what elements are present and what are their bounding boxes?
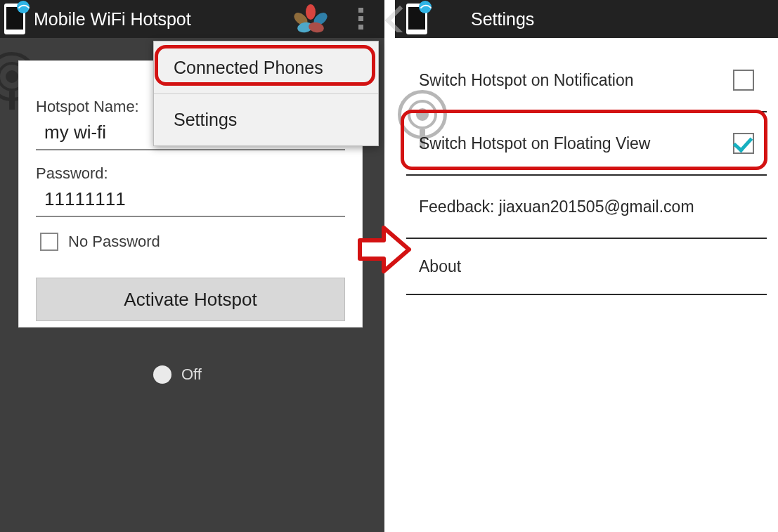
- no-password-checkbox[interactable]: [40, 233, 58, 251]
- setting-row-about[interactable]: About: [406, 239, 767, 295]
- no-password-label: No Password: [68, 233, 160, 251]
- no-password-row[interactable]: No Password: [40, 233, 345, 251]
- app-icon: [406, 4, 427, 34]
- settings-list: Switch Hotspot on Notification Switch Ho…: [395, 38, 778, 295]
- screen-main: Mobile WiFi Hotspot Hotspot Name: Passwo…: [0, 0, 384, 532]
- back-icon[interactable]: [385, 6, 409, 32]
- wifi-badge-icon: [17, 1, 30, 13]
- settings-title: Settings: [471, 9, 534, 30]
- setting-label: Feedback: jiaxuan201505@gmail.com: [419, 197, 694, 216]
- menu-item-connected-phones[interactable]: Connected Phones: [154, 41, 378, 93]
- annotation-arrow-icon: [357, 223, 412, 275]
- menu-item-settings[interactable]: Settings: [154, 93, 378, 145]
- settings-header: Settings: [395, 0, 778, 38]
- setting-label: Switch Hotspot on Floating View: [419, 134, 650, 153]
- toggle-knob-icon: [153, 365, 171, 384]
- app-icon: [4, 4, 25, 34]
- flower-logo-icon: [290, 4, 331, 34]
- hotspot-watermark-icon: [398, 90, 447, 139]
- setting-row-notification[interactable]: Switch Hotspot on Notification: [406, 49, 767, 112]
- setting-row-floating[interactable]: Switch Hotspot on Floating View: [406, 112, 767, 176]
- overflow-menu-icon[interactable]: [352, 6, 369, 31]
- overflow-dropdown: Connected Phones Settings: [153, 41, 379, 146]
- activate-hotspot-button[interactable]: Activate Hotspot: [36, 278, 345, 321]
- password-input[interactable]: [36, 186, 345, 217]
- setting-label: Switch Hotspot on Notification: [419, 71, 634, 90]
- setting-label: About: [419, 257, 461, 276]
- notification-checkbox[interactable]: [733, 70, 754, 91]
- app-title: Mobile WiFi Hotspot: [34, 9, 191, 30]
- toggle-state-label: Off: [181, 365, 202, 384]
- wifi-badge-icon: [419, 1, 432, 13]
- main-header: Mobile WiFi Hotspot: [0, 0, 384, 38]
- floating-checkbox[interactable]: [733, 133, 754, 154]
- screen-settings: Settings Switch Hotspot on Notification …: [395, 0, 778, 532]
- hotspot-toggle[interactable]: Off: [153, 365, 202, 384]
- password-label: Password:: [36, 164, 345, 183]
- setting-row-feedback[interactable]: Feedback: jiaxuan201505@gmail.com: [406, 176, 767, 239]
